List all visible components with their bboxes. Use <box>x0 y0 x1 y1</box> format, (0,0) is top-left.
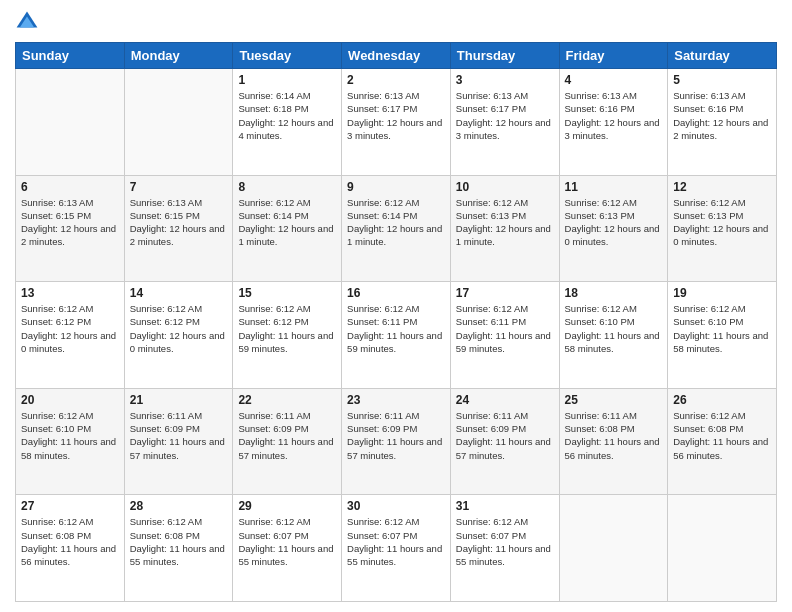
day-detail: Sunrise: 6:12 AM Sunset: 6:13 PM Dayligh… <box>673 196 771 249</box>
day-detail: Sunrise: 6:12 AM Sunset: 6:08 PM Dayligh… <box>21 515 119 568</box>
day-number: 12 <box>673 180 771 194</box>
calendar-cell: 6Sunrise: 6:13 AM Sunset: 6:15 PM Daylig… <box>16 175 125 282</box>
calendar-cell: 23Sunrise: 6:11 AM Sunset: 6:09 PM Dayli… <box>342 388 451 495</box>
day-detail: Sunrise: 6:14 AM Sunset: 6:18 PM Dayligh… <box>238 89 336 142</box>
day-number: 22 <box>238 393 336 407</box>
week-row-3: 13Sunrise: 6:12 AM Sunset: 6:12 PM Dayli… <box>16 282 777 389</box>
calendar-cell: 19Sunrise: 6:12 AM Sunset: 6:10 PM Dayli… <box>668 282 777 389</box>
day-number: 10 <box>456 180 554 194</box>
day-number: 28 <box>130 499 228 513</box>
day-detail: Sunrise: 6:13 AM Sunset: 6:16 PM Dayligh… <box>565 89 663 142</box>
calendar-cell: 8Sunrise: 6:12 AM Sunset: 6:14 PM Daylig… <box>233 175 342 282</box>
day-detail: Sunrise: 6:13 AM Sunset: 6:17 PM Dayligh… <box>456 89 554 142</box>
day-detail: Sunrise: 6:11 AM Sunset: 6:09 PM Dayligh… <box>238 409 336 462</box>
calendar-cell: 17Sunrise: 6:12 AM Sunset: 6:11 PM Dayli… <box>450 282 559 389</box>
calendar-cell: 20Sunrise: 6:12 AM Sunset: 6:10 PM Dayli… <box>16 388 125 495</box>
day-detail: Sunrise: 6:12 AM Sunset: 6:07 PM Dayligh… <box>456 515 554 568</box>
calendar-cell <box>668 495 777 602</box>
day-number: 19 <box>673 286 771 300</box>
day-number: 16 <box>347 286 445 300</box>
day-detail: Sunrise: 6:11 AM Sunset: 6:09 PM Dayligh… <box>456 409 554 462</box>
day-number: 27 <box>21 499 119 513</box>
calendar-cell: 11Sunrise: 6:12 AM Sunset: 6:13 PM Dayli… <box>559 175 668 282</box>
day-detail: Sunrise: 6:13 AM Sunset: 6:15 PM Dayligh… <box>130 196 228 249</box>
day-number: 5 <box>673 73 771 87</box>
day-detail: Sunrise: 6:12 AM Sunset: 6:08 PM Dayligh… <box>130 515 228 568</box>
calendar-cell: 26Sunrise: 6:12 AM Sunset: 6:08 PM Dayli… <box>668 388 777 495</box>
day-detail: Sunrise: 6:13 AM Sunset: 6:16 PM Dayligh… <box>673 89 771 142</box>
day-number: 26 <box>673 393 771 407</box>
day-number: 7 <box>130 180 228 194</box>
day-number: 9 <box>347 180 445 194</box>
header <box>15 10 777 34</box>
day-detail: Sunrise: 6:12 AM Sunset: 6:12 PM Dayligh… <box>238 302 336 355</box>
day-number: 24 <box>456 393 554 407</box>
calendar-cell: 5Sunrise: 6:13 AM Sunset: 6:16 PM Daylig… <box>668 69 777 176</box>
week-row-4: 20Sunrise: 6:12 AM Sunset: 6:10 PM Dayli… <box>16 388 777 495</box>
day-detail: Sunrise: 6:12 AM Sunset: 6:11 PM Dayligh… <box>347 302 445 355</box>
day-detail: Sunrise: 6:11 AM Sunset: 6:08 PM Dayligh… <box>565 409 663 462</box>
day-detail: Sunrise: 6:12 AM Sunset: 6:13 PM Dayligh… <box>565 196 663 249</box>
logo <box>15 10 43 34</box>
calendar-cell: 1Sunrise: 6:14 AM Sunset: 6:18 PM Daylig… <box>233 69 342 176</box>
day-number: 29 <box>238 499 336 513</box>
day-number: 4 <box>565 73 663 87</box>
calendar-cell: 24Sunrise: 6:11 AM Sunset: 6:09 PM Dayli… <box>450 388 559 495</box>
day-number: 18 <box>565 286 663 300</box>
day-number: 31 <box>456 499 554 513</box>
calendar-cell: 9Sunrise: 6:12 AM Sunset: 6:14 PM Daylig… <box>342 175 451 282</box>
day-number: 21 <box>130 393 228 407</box>
day-detail: Sunrise: 6:12 AM Sunset: 6:12 PM Dayligh… <box>21 302 119 355</box>
weekday-header-tuesday: Tuesday <box>233 43 342 69</box>
calendar-cell: 25Sunrise: 6:11 AM Sunset: 6:08 PM Dayli… <box>559 388 668 495</box>
day-number: 11 <box>565 180 663 194</box>
day-number: 30 <box>347 499 445 513</box>
calendar-cell: 3Sunrise: 6:13 AM Sunset: 6:17 PM Daylig… <box>450 69 559 176</box>
day-number: 3 <box>456 73 554 87</box>
calendar-cell: 29Sunrise: 6:12 AM Sunset: 6:07 PM Dayli… <box>233 495 342 602</box>
calendar-cell: 14Sunrise: 6:12 AM Sunset: 6:12 PM Dayli… <box>124 282 233 389</box>
logo-icon <box>15 10 39 34</box>
day-detail: Sunrise: 6:13 AM Sunset: 6:17 PM Dayligh… <box>347 89 445 142</box>
calendar-cell: 15Sunrise: 6:12 AM Sunset: 6:12 PM Dayli… <box>233 282 342 389</box>
day-number: 13 <box>21 286 119 300</box>
calendar-cell: 27Sunrise: 6:12 AM Sunset: 6:08 PM Dayli… <box>16 495 125 602</box>
day-detail: Sunrise: 6:12 AM Sunset: 6:12 PM Dayligh… <box>130 302 228 355</box>
calendar-cell: 30Sunrise: 6:12 AM Sunset: 6:07 PM Dayli… <box>342 495 451 602</box>
weekday-header-wednesday: Wednesday <box>342 43 451 69</box>
day-number: 23 <box>347 393 445 407</box>
week-row-5: 27Sunrise: 6:12 AM Sunset: 6:08 PM Dayli… <box>16 495 777 602</box>
page: SundayMondayTuesdayWednesdayThursdayFrid… <box>0 0 792 612</box>
day-detail: Sunrise: 6:12 AM Sunset: 6:10 PM Dayligh… <box>21 409 119 462</box>
day-number: 8 <box>238 180 336 194</box>
day-detail: Sunrise: 6:12 AM Sunset: 6:10 PM Dayligh… <box>673 302 771 355</box>
calendar-cell: 4Sunrise: 6:13 AM Sunset: 6:16 PM Daylig… <box>559 69 668 176</box>
day-detail: Sunrise: 6:12 AM Sunset: 6:10 PM Dayligh… <box>565 302 663 355</box>
day-number: 2 <box>347 73 445 87</box>
day-detail: Sunrise: 6:12 AM Sunset: 6:07 PM Dayligh… <box>347 515 445 568</box>
day-number: 17 <box>456 286 554 300</box>
calendar-cell: 2Sunrise: 6:13 AM Sunset: 6:17 PM Daylig… <box>342 69 451 176</box>
day-number: 15 <box>238 286 336 300</box>
day-number: 1 <box>238 73 336 87</box>
weekday-header-monday: Monday <box>124 43 233 69</box>
calendar-cell: 10Sunrise: 6:12 AM Sunset: 6:13 PM Dayli… <box>450 175 559 282</box>
day-detail: Sunrise: 6:11 AM Sunset: 6:09 PM Dayligh… <box>347 409 445 462</box>
day-number: 20 <box>21 393 119 407</box>
day-detail: Sunrise: 6:11 AM Sunset: 6:09 PM Dayligh… <box>130 409 228 462</box>
calendar-cell: 13Sunrise: 6:12 AM Sunset: 6:12 PM Dayli… <box>16 282 125 389</box>
day-detail: Sunrise: 6:12 AM Sunset: 6:08 PM Dayligh… <box>673 409 771 462</box>
weekday-header-thursday: Thursday <box>450 43 559 69</box>
day-detail: Sunrise: 6:12 AM Sunset: 6:14 PM Dayligh… <box>347 196 445 249</box>
day-number: 14 <box>130 286 228 300</box>
day-detail: Sunrise: 6:12 AM Sunset: 6:14 PM Dayligh… <box>238 196 336 249</box>
calendar-cell: 28Sunrise: 6:12 AM Sunset: 6:08 PM Dayli… <box>124 495 233 602</box>
day-number: 25 <box>565 393 663 407</box>
calendar-cell: 7Sunrise: 6:13 AM Sunset: 6:15 PM Daylig… <box>124 175 233 282</box>
weekday-header-sunday: Sunday <box>16 43 125 69</box>
calendar-table: SundayMondayTuesdayWednesdayThursdayFrid… <box>15 42 777 602</box>
calendar-cell <box>124 69 233 176</box>
week-row-2: 6Sunrise: 6:13 AM Sunset: 6:15 PM Daylig… <box>16 175 777 282</box>
day-detail: Sunrise: 6:12 AM Sunset: 6:11 PM Dayligh… <box>456 302 554 355</box>
calendar-cell <box>16 69 125 176</box>
